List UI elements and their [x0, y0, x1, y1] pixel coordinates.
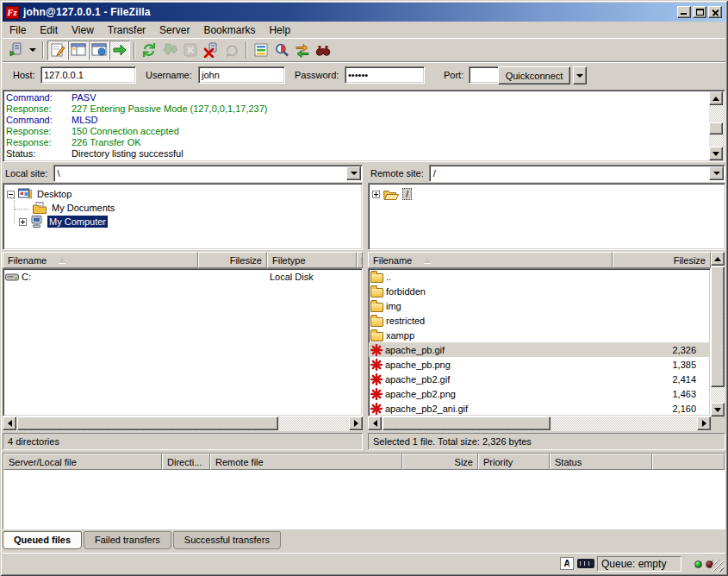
remote-list-vscrollbar[interactable] [711, 252, 725, 416]
local-site-bar: Local site: \ [3, 164, 363, 182]
scroll-right-button[interactable] [697, 416, 711, 430]
tab-failed-transfers[interactable]: Failed transfers [84, 531, 171, 549]
remote-file-row[interactable]: apache_pb2_ani.gif2,160 [369, 401, 710, 416]
remote-site-label: Remote site: [368, 168, 429, 178]
reconnect-button[interactable] [221, 41, 242, 60]
tree-item-my-computer[interactable]: My Computer [19, 215, 108, 229]
tree-item-my-documents[interactable]: My Documents [29, 201, 116, 215]
site-manager-button[interactable] [6, 41, 27, 60]
cancel-operation-button[interactable] [180, 41, 201, 60]
scrollbar-thumb[interactable] [709, 122, 723, 135]
column-header-direction[interactable]: Directi... [162, 454, 210, 470]
column-header-last-modified[interactable]: L [357, 252, 363, 268]
log-scrollbar[interactable] [709, 91, 724, 160]
scroll-up-button[interactable] [709, 91, 723, 105]
computer-icon [30, 216, 44, 228]
status-bar: A Queue: empty [3, 553, 725, 573]
remote-file-row[interactable]: apache_pb2.png1,463 [369, 386, 710, 401]
remote-file-row[interactable]: apache_pb.png1,385 [369, 357, 710, 372]
column-header-filetype[interactable]: Filetype [267, 252, 357, 268]
remote-site-dropdown-button[interactable] [709, 166, 724, 180]
collapse-icon[interactable] [7, 191, 15, 198]
title-bar[interactable]: Fz john@127.0.0.1 - FileZilla [3, 3, 725, 22]
remote-file-row[interactable]: xampp [369, 328, 710, 342]
column-header-server-local-file[interactable]: Server/Local file [3, 454, 162, 470]
column-header-filename[interactable]: Filename [3, 252, 198, 268]
local-tree-view: Desktop My Documents My Computer [3, 183, 363, 250]
disconnect-button[interactable] [201, 41, 221, 60]
scrollbar-thumb[interactable] [383, 416, 551, 430]
menu-bookmarks[interactable]: Bookmarks [196, 22, 262, 38]
find-files-button[interactable] [313, 41, 333, 60]
scroll-right-button[interactable] [349, 416, 363, 430]
site-manager-dropdown-button[interactable] [27, 41, 39, 60]
local-site-combo[interactable]: \ [53, 165, 363, 182]
desktop-icon [18, 188, 32, 200]
scroll-up-button[interactable] [711, 252, 725, 266]
synchronized-browsing-button[interactable] [292, 41, 313, 60]
directory-filters-button[interactable] [251, 41, 271, 60]
menu-file[interactable]: File [3, 22, 33, 38]
quickconnect-button[interactable]: Quickconnect [498, 66, 570, 85]
column-header-priority[interactable]: Priority [478, 454, 550, 470]
sort-ascending-icon [59, 257, 65, 263]
compare-icon [274, 42, 289, 58]
column-header-filename[interactable]: Filename [368, 252, 613, 268]
scroll-left-button[interactable] [3, 416, 16, 430]
username-input[interactable] [198, 66, 285, 84]
refresh-icon [141, 42, 157, 58]
log-line: Response:227 Entering Passive Mode (127,… [6, 103, 707, 115]
process-queue-button[interactable] [159, 41, 180, 60]
scrollbar-thumb[interactable] [711, 266, 725, 387]
toggle-remote-tree-button[interactable] [89, 41, 109, 60]
toggle-local-tree-button[interactable] [68, 41, 89, 60]
menu-help[interactable]: Help [262, 22, 297, 38]
local-file-row[interactable]: C: Local Disk [3, 269, 362, 284]
scroll-left-button[interactable] [368, 416, 382, 430]
host-input[interactable] [40, 66, 136, 84]
toggle-transfer-queue-button[interactable] [109, 41, 130, 60]
documents-folder-icon [33, 202, 47, 214]
refresh-button[interactable] [139, 41, 159, 60]
remote-file-row[interactable]: restricted [369, 313, 710, 328]
password-input[interactable] [345, 66, 425, 84]
scroll-down-button[interactable] [709, 147, 723, 160]
scroll-down-button[interactable] [711, 403, 725, 416]
column-header-remote-file[interactable]: Remote file [210, 454, 402, 470]
expand-icon[interactable] [19, 218, 27, 226]
remote-file-row-selected[interactable]: apache_pb.gif2,326 [369, 342, 710, 357]
column-header-status[interactable]: Status [550, 454, 652, 470]
remote-file-row[interactable]: forbidden [369, 284, 710, 298]
tree-item-root[interactable]: / [372, 187, 412, 201]
remote-file-row[interactable]: apache_pb2.gif2,414 [369, 372, 710, 386]
directory-comparison-button[interactable] [271, 41, 292, 60]
expand-icon[interactable] [372, 191, 380, 198]
local-site-dropdown-button[interactable] [346, 166, 361, 180]
menu-server[interactable]: Server [152, 22, 196, 38]
column-header-size[interactable]: Size [402, 454, 478, 470]
menu-view[interactable]: View [65, 22, 101, 38]
quickconnect-dropdown-button[interactable] [573, 66, 587, 85]
menu-transfer[interactable]: Transfer [101, 22, 152, 38]
close-button[interactable] [708, 6, 722, 18]
remote-site-combo[interactable]: / [429, 165, 725, 182]
tab-queued-files[interactable]: Queued files [3, 531, 82, 549]
remote-list-hscrollbar[interactable] [368, 416, 711, 431]
column-header-empty [652, 454, 725, 470]
local-list-hscrollbar[interactable] [3, 416, 363, 431]
toggle-message-log-button[interactable] [47, 41, 68, 60]
site-manager-icon [9, 42, 24, 58]
remote-file-row[interactable]: .. [369, 269, 710, 284]
menu-edit[interactable]: Edit [33, 22, 65, 38]
remote-file-row[interactable]: img [369, 298, 710, 313]
local-tree-icon [71, 42, 86, 58]
resize-grip[interactable] [712, 560, 724, 572]
column-header-filesize[interactable]: Filesize [198, 252, 267, 268]
apache-feather-icon [370, 344, 383, 356]
tab-successful-transfers[interactable]: Successful transfers [173, 531, 281, 549]
tree-item-desktop[interactable]: Desktop [7, 187, 73, 201]
scrollbar-thumb[interactable] [17, 416, 278, 430]
maximize-button[interactable] [693, 6, 706, 18]
minimize-button[interactable] [677, 6, 691, 18]
column-header-filesize[interactable]: Filesize [613, 252, 711, 268]
